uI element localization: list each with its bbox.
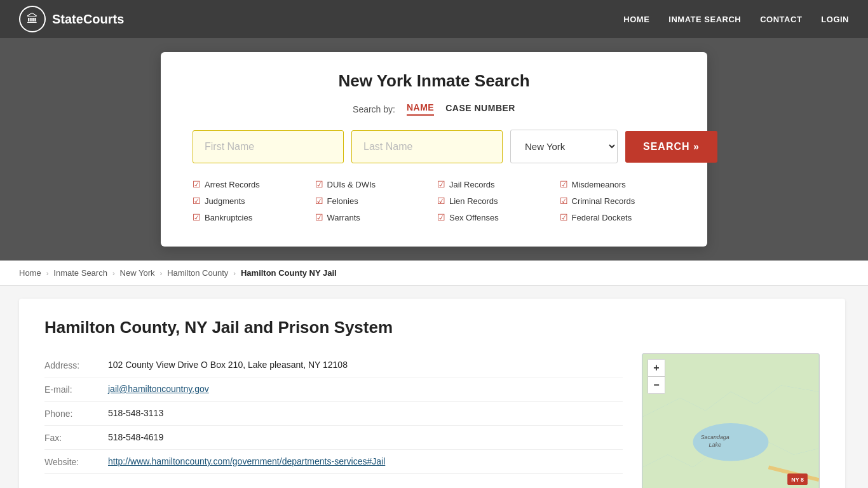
breadcrumb-hamilton-county[interactable]: Hamilton County (167, 268, 228, 278)
map-section: NY 8 Sacandaga Lake + − (642, 353, 820, 488)
main-content: Hamilton County, NY Jail and Prison Syst… (0, 286, 868, 488)
checklist-label: Federal Dockets (572, 213, 632, 222)
email-label: E-mail: (44, 384, 108, 395)
map-svg: NY 8 Sacandaga Lake (642, 354, 819, 488)
checklist-label: Warrants (327, 213, 360, 222)
hero-section: COURTHOUSE New York Inmate Search Search… (0, 38, 868, 261)
checklist-item: ☑ Criminal Records (560, 194, 676, 208)
checklist-label: DUIs & DWIs (327, 180, 376, 189)
svg-point-4 (693, 423, 769, 461)
jail-title: Hamilton County, NY Jail and Prison Syst… (44, 318, 820, 337)
breadcrumb: Home › Inmate Search › New York › Hamilt… (0, 261, 868, 286)
breadcrumb-home[interactable]: Home (19, 268, 41, 278)
map-zoom-out-button[interactable]: − (648, 377, 665, 393)
check-icon: ☑ (437, 212, 445, 222)
checklist-item: ☑ Judgments (193, 194, 309, 208)
checklist-item: ☑ Felonies (315, 194, 431, 208)
check-icon: ☑ (437, 196, 445, 206)
search-card: New York Inmate Search Search by: NAME C… (161, 52, 707, 247)
info-section: Address: 102 County View Drive O Box 210… (44, 353, 623, 488)
breadcrumb-sep-3: › (160, 269, 163, 277)
checklist-label: Jail Records (449, 180, 495, 189)
main-nav: HOME INMATE SEARCH CONTACT LOGIN (623, 15, 849, 24)
fax-label: Fax: (44, 432, 108, 443)
check-icon: ☑ (437, 179, 445, 189)
search-inputs-row: New York Hamilton County Albany Bronx Br… (193, 130, 675, 163)
phone-value: 518-548-3113 (108, 408, 623, 418)
nav-home[interactable]: HOME (623, 15, 649, 24)
checklist-grid: ☑ Arrest Records ☑ DUIs & DWIs ☑ Jail Re… (193, 177, 675, 224)
check-icon: ☑ (315, 212, 323, 222)
map-container: NY 8 Sacandaga Lake + − (642, 353, 820, 488)
check-icon: ☑ (560, 179, 568, 189)
website-row: Website: http://www.hamiltoncounty.com/g… (44, 450, 623, 474)
content-card: Hamilton County, NY Jail and Prison Syst… (19, 299, 845, 488)
checklist-label: Criminal Records (572, 196, 635, 206)
search-by-row: Search by: NAME CASE NUMBER (193, 102, 675, 116)
check-icon: ☑ (560, 212, 568, 222)
check-icon: ☑ (193, 212, 201, 222)
nav-inmate-search[interactable]: INMATE SEARCH (668, 15, 741, 24)
checklist-label: Arrest Records (205, 180, 260, 189)
fax-value: 518-548-4619 (108, 432, 623, 442)
site-header: 🏛 StateCourts HOME INMATE SEARCH CONTACT… (0, 0, 868, 38)
check-icon: ☑ (193, 196, 201, 206)
checklist-label: Judgments (205, 196, 245, 206)
logo-text: StateCourts (52, 12, 124, 27)
check-icon: ☑ (560, 196, 568, 206)
nav-login[interactable]: LOGIN (821, 15, 849, 24)
website-label: Website: (44, 456, 108, 467)
breadcrumb-sep-2: › (112, 269, 115, 277)
check-icon: ☑ (193, 179, 201, 189)
breadcrumb-inmate-search[interactable]: Inmate Search (53, 268, 107, 278)
tab-case-number[interactable]: CASE NUMBER (445, 103, 515, 115)
map-zoom-in-button[interactable]: + (648, 360, 665, 376)
email-link[interactable]: jail@hamiltoncountny.gov (108, 384, 209, 394)
address-value: 102 County View Drive O Box 210, Lake pl… (108, 360, 623, 370)
breadcrumb-sep-4: › (233, 269, 236, 277)
svg-text:Sacandaga: Sacandaga (701, 434, 729, 440)
checklist-item: ☑ Bankruptcies (193, 210, 309, 224)
checklist-item: ☑ Misdemeanors (560, 177, 676, 191)
county-select[interactable]: New York Hamilton County Albany Bronx Br… (510, 130, 618, 163)
checklist-item: ☑ Sex Offenses (437, 210, 553, 224)
checklist-label: Bankruptcies (205, 213, 252, 222)
checklist-item: ☑ Arrest Records (193, 177, 309, 191)
checklist-item: ☑ DUIs & DWIs (315, 177, 431, 191)
search-button[interactable]: SEARCH » (625, 131, 717, 163)
last-name-input[interactable] (351, 130, 503, 163)
map-controls: + − (648, 359, 665, 394)
checklist-item: ☑ Jail Records (437, 177, 553, 191)
breadcrumb-current: Hamilton County NY Jail (241, 268, 337, 278)
nav-contact[interactable]: CONTACT (760, 15, 802, 24)
phone-label: Phone: (44, 408, 108, 419)
fax-row: Fax: 518-548-4619 (44, 426, 623, 450)
checklist-label: Lien Records (449, 196, 498, 206)
search-card-title: New York Inmate Search (193, 71, 675, 91)
phone-row: Phone: 518-548-3113 (44, 402, 623, 426)
checklist-item: ☑ Lien Records (437, 194, 553, 208)
checklist-label: Misdemeanors (572, 180, 626, 189)
checklist-item: ☑ Federal Dockets (560, 210, 676, 224)
website-link[interactable]: http://www.hamiltoncounty.com/government… (108, 456, 385, 466)
breadcrumb-sep-1: › (46, 269, 49, 277)
check-icon: ☑ (315, 179, 323, 189)
breadcrumb-new-york[interactable]: New York (120, 268, 155, 278)
svg-text:NY 8: NY 8 (791, 477, 804, 483)
address-label: Address: (44, 360, 108, 370)
check-icon: ☑ (315, 196, 323, 206)
first-name-input[interactable] (193, 130, 344, 163)
address-row: Address: 102 County View Drive O Box 210… (44, 353, 623, 377)
logo-link[interactable]: 🏛 StateCourts (19, 6, 124, 32)
checklist-label: Felonies (327, 196, 358, 206)
checklist-label: Sex Offenses (449, 213, 499, 222)
search-by-label: Search by: (353, 104, 395, 114)
tab-name[interactable]: NAME (407, 102, 434, 116)
checklist-item: ☑ Warrants (315, 210, 431, 224)
email-row: E-mail: jail@hamiltoncountny.gov (44, 377, 623, 402)
content-with-map: Address: 102 County View Drive O Box 210… (44, 353, 820, 488)
svg-text:Lake: Lake (709, 442, 721, 448)
logo-icon: 🏛 (19, 6, 46, 32)
